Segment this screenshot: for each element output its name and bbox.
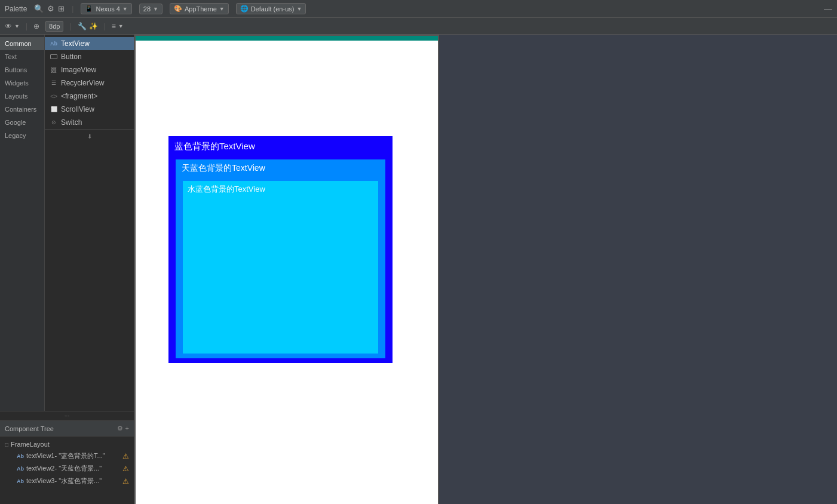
category-text[interactable]: Text bbox=[0, 50, 44, 63]
tree-item-textview3[interactable]: Ab textView3- "水蓝色背景..." ⚠ bbox=[0, 475, 134, 487]
palette-item-scrollview[interactable]: ⬜ ScrollView bbox=[45, 103, 134, 116]
tree-settings-icon[interactable]: ⚙ bbox=[117, 425, 123, 432]
textview-icon: Ab bbox=[50, 41, 58, 47]
locale-label: Default (en-us) bbox=[251, 5, 295, 13]
tv2-warn-icon: ⚠ bbox=[122, 465, 129, 473]
category-google[interactable]: Google bbox=[0, 116, 44, 129]
view-options-group: 👁 ▼ bbox=[5, 22, 20, 30]
margin-btn[interactable]: 8dp bbox=[45, 21, 63, 32]
theme-dropdown[interactable]: 🎨 AppTheme ▼ bbox=[170, 3, 229, 14]
search-icon[interactable]: 🔍 bbox=[34, 4, 44, 13]
imageview-icon: 🖼 bbox=[50, 67, 58, 73]
category-containers[interactable]: Containers bbox=[0, 103, 44, 116]
palette-item-recyclerview[interactable]: ☰ RecyclerView bbox=[45, 76, 134, 90]
sec-divider2: | bbox=[69, 22, 71, 30]
device-arrow: ▼ bbox=[122, 6, 128, 12]
tv-blue-label: 蓝色背景的TextView bbox=[168, 136, 393, 155]
framelayout-icon: □ bbox=[5, 441, 8, 448]
align-icon[interactable]: ≡ bbox=[112, 22, 116, 30]
divider1: | bbox=[72, 5, 73, 13]
category-widgets[interactable]: Widgets bbox=[0, 76, 44, 90]
tv-skyblue-label: 天蓝色背景的TextView bbox=[176, 159, 385, 176]
palette-categories: Common Text Buttons Widgets Layouts Cont… bbox=[0, 35, 45, 411]
tree-item-textview2[interactable]: Ab textView2- "天蓝色背景..." ⚠ bbox=[0, 462, 134, 475]
imageview-label: ImageView bbox=[61, 66, 96, 74]
tv3-icon: Ab bbox=[17, 478, 24, 484]
category-layouts[interactable]: Layouts bbox=[0, 90, 44, 103]
category-legacy[interactable]: Legacy bbox=[0, 129, 44, 142]
locale-icon: 🌐 bbox=[240, 5, 249, 13]
zoom-label: 28 bbox=[143, 5, 151, 13]
tv3-warn-icon: ⚠ bbox=[122, 477, 129, 485]
theme-label: AppTheme bbox=[185, 5, 217, 13]
tv2-icon: Ab bbox=[17, 466, 24, 472]
tree-add-icon[interactable]: + bbox=[125, 425, 129, 432]
device-screen[interactable]: 蓝色背景的TextView 天蓝色背景的TextView 水蓝色背景的TextV… bbox=[136, 41, 438, 504]
palette-item-imageview[interactable]: 🖼 ImageView bbox=[45, 63, 134, 76]
theme-icon: 🎨 bbox=[174, 5, 182, 13]
download-icon[interactable]: ⬇ bbox=[87, 133, 92, 140]
palette-item-button[interactable]: Button bbox=[45, 50, 134, 63]
recyclerview-label: RecyclerView bbox=[61, 79, 104, 87]
magic-icon[interactable]: ✨ bbox=[89, 22, 98, 30]
tv1-label: textView1- "蓝色背景的T..." bbox=[26, 451, 120, 460]
tv-aqua-label: 水蓝色背景的TextView bbox=[183, 181, 378, 197]
resize-handle[interactable]: ··· bbox=[0, 411, 134, 420]
toolbar-right: — bbox=[824, 4, 832, 14]
category-buttons[interactable]: Buttons bbox=[0, 63, 44, 76]
palette-item-textview[interactable]: Ab TextView bbox=[45, 37, 134, 50]
constraint-icon[interactable]: ⊕ bbox=[33, 22, 39, 30]
main-content: Common Text Buttons Widgets Layouts Cont… bbox=[0, 35, 837, 504]
tools-group: 🔧 ✨ bbox=[78, 22, 98, 30]
tools-icon[interactable]: 🔧 bbox=[78, 22, 87, 30]
align-arrow[interactable]: ▼ bbox=[118, 23, 124, 29]
zoom-dropdown[interactable]: 28 ▼ bbox=[139, 4, 163, 14]
palette-item-switch[interactable]: ⊙ Switch bbox=[45, 116, 134, 129]
tv2-label: textView2- "天蓝色背景..." bbox=[26, 464, 120, 473]
eye-arrow[interactable]: ▼ bbox=[14, 23, 20, 29]
scrollview-icon: ⬜ bbox=[50, 106, 58, 112]
zoom-arrow: ▼ bbox=[153, 6, 158, 12]
device-label: Nexus 4 bbox=[96, 5, 119, 13]
textview-aqua[interactable]: 水蓝色背景的TextView bbox=[183, 181, 378, 354]
category-common[interactable]: Common bbox=[0, 37, 44, 50]
tv1-warn-icon: ⚠ bbox=[122, 452, 129, 460]
palette-item-fragment[interactable]: <> <fragment> bbox=[45, 90, 134, 103]
device-frame: 蓝色背景的TextView 天蓝色背景的TextView 水蓝色背景的TextV… bbox=[134, 35, 439, 504]
palette-items: Ab TextView Button 🖼 ImageView ☰ Recycle… bbox=[45, 35, 134, 411]
sec-divider1: | bbox=[26, 22, 27, 30]
secondary-toolbar: 👁 ▼ | ⊕ 8dp | 🔧 ✨ | ≡ ▼ bbox=[0, 18, 837, 35]
switch-icon: ⊙ bbox=[50, 119, 58, 125]
constraint-group: ⊕ bbox=[33, 22, 39, 30]
tv1-icon: Ab bbox=[17, 453, 24, 459]
locale-dropdown[interactable]: 🌐 Default (en-us) ▼ bbox=[236, 3, 306, 14]
button-icon bbox=[50, 54, 58, 60]
device-container: 蓝色背景的TextView 天蓝色背景的TextView 水蓝色背景的TextV… bbox=[134, 35, 837, 504]
palette-footer: ⬇ bbox=[45, 129, 134, 143]
canvas-area: 蓝色背景的TextView 天蓝色背景的TextView 水蓝色背景的TextV… bbox=[134, 35, 837, 504]
align-group: ≡ ▼ bbox=[112, 22, 124, 30]
palette-section: Common Text Buttons Widgets Layouts Cont… bbox=[0, 35, 134, 411]
device-icon: 📱 bbox=[85, 5, 93, 13]
fragment-label: <fragment> bbox=[61, 92, 97, 100]
framelayout-label: FrameLayout bbox=[11, 441, 50, 448]
tree-item-textview1[interactable]: Ab textView1- "蓝色背景的T..." ⚠ bbox=[0, 450, 134, 462]
minimize-icon[interactable]: — bbox=[824, 4, 832, 14]
sec-divider3: | bbox=[104, 22, 106, 30]
tree-item-framelayout[interactable]: □ FrameLayout bbox=[0, 439, 134, 450]
top-toolbar: Palette 🔍 ⚙ ⊞ | 📱 Nexus 4 ▼ 28 ▼ 🎨 AppTh… bbox=[0, 0, 837, 18]
device-dropdown[interactable]: 📱 Nexus 4 ▼ bbox=[81, 3, 131, 14]
device-status-bar bbox=[136, 36, 438, 41]
textview-label: TextView bbox=[61, 39, 90, 48]
eye-icon[interactable]: 👁 bbox=[5, 22, 12, 30]
tree-header-icons: ⚙ + bbox=[117, 425, 129, 432]
textview-blue[interactable]: 蓝色背景的TextView 天蓝色背景的TextView 水蓝色背景的TextV… bbox=[168, 136, 393, 363]
component-tree-title: Component Tree bbox=[5, 425, 114, 432]
settings-icon[interactable]: ⚙ bbox=[47, 4, 54, 13]
scrollview-label: ScrollView bbox=[61, 105, 94, 113]
palette-label: Palette bbox=[5, 5, 27, 13]
component-icon[interactable]: ⊞ bbox=[58, 4, 65, 13]
locale-arrow: ▼ bbox=[296, 6, 302, 12]
textview-skyblue[interactable]: 天蓝色背景的TextView 水蓝色背景的TextView bbox=[176, 159, 385, 358]
component-tree: Component Tree ⚙ + □ FrameLayout Ab text… bbox=[0, 420, 134, 504]
